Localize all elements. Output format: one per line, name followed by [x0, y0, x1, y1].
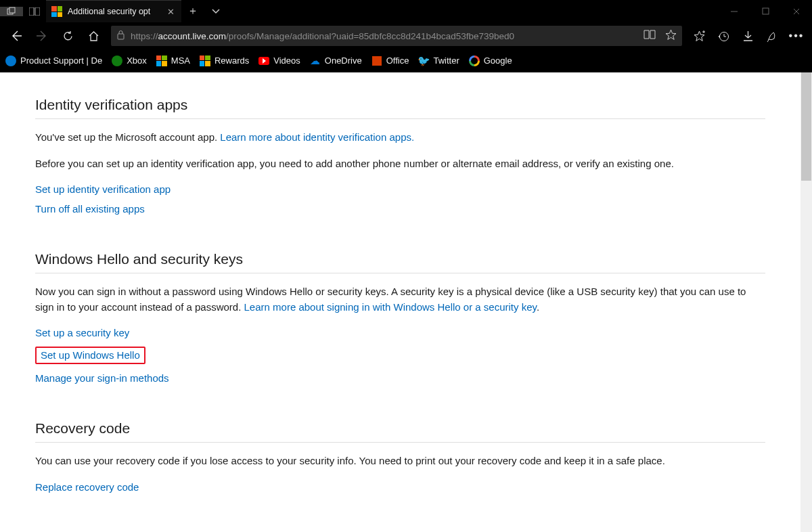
setup-security-key-link[interactable]: Set up a security key: [35, 327, 129, 338]
identity-text-2: Before you can set up an identity verifi…: [35, 156, 765, 172]
highlight-box: Set up Windows Hello: [35, 347, 145, 364]
bookmark-msa[interactable]: MSA: [156, 56, 190, 66]
bookmark-dell[interactable]: Product Support | De: [5, 56, 102, 66]
bookmark-onedrive[interactable]: ☁OneDrive: [310, 56, 362, 66]
window-minimize-button[interactable]: [719, 0, 750, 22]
identity-text-1: You've set up the Microsoft account app.…: [35, 130, 765, 146]
url-text: https://account.live.com/proofs/Manage/a…: [131, 31, 514, 41]
setup-windows-hello-link[interactable]: Set up Windows Hello: [41, 349, 140, 361]
manage-signin-link[interactable]: Manage your sign-in methods: [35, 372, 169, 384]
learn-identity-link[interactable]: Learn more about identity verification a…: [220, 131, 414, 143]
scrollbar[interactable]: [800, 72, 812, 532]
browser-navbar: https://account.live.com/proofs/Manage/a…: [0, 22, 812, 49]
window-close-button[interactable]: [781, 0, 812, 22]
bookmark-videos[interactable]: Videos: [258, 56, 300, 66]
svg-rect-8: [118, 34, 124, 39]
nav-forward-button[interactable]: [30, 24, 54, 48]
notes-icon[interactable]: [761, 24, 784, 48]
history-icon[interactable]: [712, 24, 735, 48]
bookmark-google[interactable]: Google: [469, 56, 512, 66]
window-maximize-button[interactable]: [750, 0, 781, 22]
reading-view-icon[interactable]: [644, 30, 656, 42]
page-content: Identity verification apps You've set up…: [0, 72, 800, 532]
ms-favicon-icon: [51, 6, 62, 17]
section-identity-heading: Identity verification apps: [35, 97, 765, 119]
nav-back-button[interactable]: [4, 24, 28, 48]
tab-title: Additional security opt: [68, 7, 162, 16]
replace-recovery-link[interactable]: Replace recovery code: [35, 481, 139, 493]
bookmark-xbox[interactable]: Xbox: [112, 56, 147, 66]
setup-identity-app-link[interactable]: Set up identity verification app: [35, 183, 171, 195]
section-recovery-heading: Recovery code: [35, 420, 765, 443]
tab-chevron-icon[interactable]: [204, 0, 227, 22]
favorite-star-icon[interactable]: [665, 29, 677, 43]
recovery-text: You can use your recovery code if you lo…: [35, 453, 765, 469]
window-controls: [719, 0, 812, 22]
browser-tab[interactable]: Additional security opt ✕: [46, 0, 181, 22]
turn-off-apps-link[interactable]: Turn off all existing apps: [35, 203, 145, 215]
svg-rect-2: [29, 7, 34, 16]
window-titlebar: Additional security opt ✕ ＋: [0, 0, 812, 22]
taskview1-icon[interactable]: [0, 7, 23, 16]
taskview2-icon[interactable]: [23, 7, 46, 16]
section-trusted-heading: Trusted devices: [35, 529, 765, 533]
learn-hello-link[interactable]: Learn more about signing in with Windows…: [244, 301, 537, 313]
nav-refresh-button[interactable]: [55, 24, 80, 48]
section-hello-heading: Windows Hello and security keys: [35, 251, 765, 273]
svg-rect-5: [763, 8, 769, 14]
bookmarks-bar: Product Support | De Xbox MSA Rewards Vi…: [0, 49, 812, 72]
bookmark-office[interactable]: Office: [371, 56, 409, 66]
add-favorite-icon[interactable]: [687, 24, 710, 48]
bookmark-twitter[interactable]: 🐦Twitter: [418, 56, 459, 66]
svg-rect-1: [9, 7, 15, 13]
new-tab-button[interactable]: ＋: [181, 0, 204, 22]
lock-icon: [116, 30, 125, 43]
downloads-icon[interactable]: [736, 24, 759, 48]
nav-home-button[interactable]: [81, 24, 106, 48]
svg-rect-3: [35, 7, 40, 16]
more-icon[interactable]: •••: [785, 24, 808, 48]
bookmark-rewards[interactable]: Rewards: [200, 56, 249, 66]
tab-close-icon[interactable]: ✕: [167, 7, 175, 17]
address-bar[interactable]: https://account.live.com/proofs/Manage/a…: [111, 26, 682, 46]
hello-text: Now you can sign in without a password u…: [35, 284, 765, 315]
scrollbar-thumb[interactable]: [801, 72, 811, 181]
